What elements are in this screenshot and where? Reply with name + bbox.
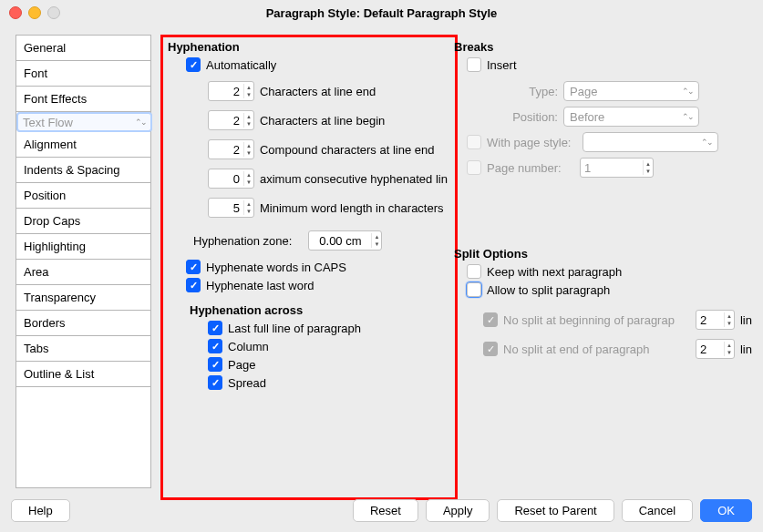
chk-allow-split[interactable] xyxy=(467,282,481,297)
lbl-last-full-line: Last full line of paragraph xyxy=(228,322,361,335)
spin-chars-line-begin[interactable]: ▲▼ xyxy=(208,110,254,130)
lbl-column: Column xyxy=(228,340,269,353)
reset-to-parent-button[interactable]: Reset to Parent xyxy=(497,499,613,522)
tab-text-flow[interactable]: Text Flow xyxy=(16,112,152,132)
reset-button[interactable]: Reset xyxy=(353,499,418,522)
window-controls xyxy=(9,6,60,19)
sel-position[interactable]: Before xyxy=(563,107,699,127)
tab-position[interactable]: Position xyxy=(16,183,150,209)
input-compound-chars[interactable] xyxy=(209,143,243,157)
lbl-hyph-last-word: Hyphenate last word xyxy=(206,279,314,292)
tab-general[interactable]: General xyxy=(16,36,150,61)
tab-alignment[interactable]: Alignment xyxy=(16,132,150,158)
spin-no-split-end[interactable]: ▲▼ xyxy=(696,339,735,359)
chk-hyph-last-word[interactable] xyxy=(186,278,201,292)
apply-button[interactable]: Apply xyxy=(426,499,490,522)
input-no-split-begin[interactable] xyxy=(696,313,724,327)
spin-no-split-begin[interactable]: ▲▼ xyxy=(696,310,735,330)
sel-type-value: Page xyxy=(570,85,597,98)
lbl-spread: Spread xyxy=(228,376,266,390)
lbl-with-page-style: With page style: xyxy=(487,136,572,149)
lbl-keep-next: Keep with next paragraph xyxy=(487,265,622,279)
lbl-lines-1: lin xyxy=(740,313,752,327)
tab-borders[interactable]: Borders xyxy=(16,311,150,336)
help-button[interactable]: Help xyxy=(11,499,70,522)
dialog-body: General Font Font Effects Text Flow Alig… xyxy=(11,35,752,488)
lbl-chars-line-begin: Characters at line begin xyxy=(260,114,385,128)
lbl-min-word-len: Minimum word length in characters xyxy=(260,201,444,215)
chk-spread[interactable] xyxy=(208,375,222,390)
hyph-across-title: Hyphenation across xyxy=(190,303,449,317)
lbl-hyph-zone: Hyphenation zone: xyxy=(193,234,292,248)
tab-tabs[interactable]: Tabs xyxy=(16,336,150,362)
chk-keep-next[interactable] xyxy=(467,264,481,279)
chk-with-page-style xyxy=(467,135,481,149)
tab-transparency[interactable]: Transparency xyxy=(16,285,150,311)
lbl-chars-line-end: Characters at line end xyxy=(260,85,376,98)
lbl-type: Type: xyxy=(467,85,558,98)
input-no-split-end[interactable] xyxy=(696,343,724,356)
chk-page[interactable] xyxy=(208,357,222,372)
lbl-lines-2: lin xyxy=(740,343,752,356)
sel-page-style xyxy=(583,132,718,152)
input-chars-line-begin[interactable] xyxy=(209,114,243,128)
chk-insert[interactable] xyxy=(467,57,481,72)
chk-automatically[interactable] xyxy=(186,57,201,72)
minimize-icon[interactable] xyxy=(28,6,41,19)
input-hyph-zone[interactable] xyxy=(309,234,371,248)
tab-drop-caps[interactable]: Drop Caps xyxy=(16,209,150,234)
zoom-icon[interactable] xyxy=(47,6,60,19)
lbl-insert: Insert xyxy=(487,58,517,72)
chk-column[interactable] xyxy=(208,339,222,353)
tab-indents-spacing[interactable]: Indents & Spacing xyxy=(16,158,150,183)
lbl-no-split-begin: No split at beginning of paragrap xyxy=(503,313,690,327)
ok-button[interactable]: OK xyxy=(700,499,752,522)
input-chars-line-end[interactable] xyxy=(209,85,243,98)
spin-max-consecutive[interactable]: ▲▼ xyxy=(208,169,254,189)
spin-chars-line-end[interactable]: ▲▼ xyxy=(208,81,254,101)
input-min-word-len[interactable] xyxy=(209,201,243,215)
lbl-compound-chars: Compound characters at line end xyxy=(260,143,435,157)
lbl-no-split-end: No split at end of paragraph xyxy=(503,343,690,356)
lbl-automatically: Automatically xyxy=(206,58,276,72)
spin-hyph-zone[interactable]: ▲▼ xyxy=(308,230,382,251)
split-title: Split Options xyxy=(454,247,752,261)
input-max-consecutive[interactable] xyxy=(209,172,243,186)
lbl-max-consecutive: aximum consecutive hyphenated lin xyxy=(260,172,448,186)
tab-font-effects[interactable]: Font Effects xyxy=(16,87,150,112)
chk-no-split-end xyxy=(483,342,498,356)
breaks-title: Breaks xyxy=(454,40,752,54)
sel-type[interactable]: Page xyxy=(563,81,699,101)
titlebar: Paragraph Style: Default Paragraph Style xyxy=(0,0,763,26)
lbl-position: Position: xyxy=(467,110,558,124)
tab-area[interactable]: Area xyxy=(16,260,150,285)
spin-compound-chars[interactable]: ▲▼ xyxy=(208,139,254,159)
tablist: General Font Font Effects Text Flow Alig… xyxy=(15,35,151,488)
lbl-page: Page xyxy=(228,358,255,372)
sel-position-value: Before xyxy=(570,110,604,124)
window: Paragraph Style: Default Paragraph Style… xyxy=(0,0,763,532)
lbl-hyph-caps: Hyphenate words in CAPS xyxy=(206,261,346,274)
main-panel: Hyphenation Automatically ▲▼ Characters … xyxy=(159,35,752,488)
cancel-button[interactable]: Cancel xyxy=(622,499,693,522)
lbl-allow-split: Allow to split paragraph xyxy=(487,283,610,297)
chk-no-split-begin xyxy=(483,312,498,327)
spin-page-number: ▲▼ xyxy=(580,158,654,178)
chk-page-number xyxy=(467,160,481,175)
tab-outline-list[interactable]: Outline & List xyxy=(16,362,150,387)
chk-hyph-caps[interactable] xyxy=(186,260,201,274)
tab-highlighting[interactable]: Highlighting xyxy=(16,234,150,260)
chk-last-full-line[interactable] xyxy=(208,321,222,335)
input-page-number xyxy=(581,161,643,175)
close-icon[interactable] xyxy=(9,6,22,19)
hyphenation-title: Hyphenation xyxy=(168,40,449,54)
window-title: Paragraph Style: Default Paragraph Style xyxy=(266,6,498,20)
lbl-page-number: Page number: xyxy=(487,161,574,175)
tab-font[interactable]: Font xyxy=(16,61,150,87)
footer: Help Reset Apply Reset to Parent Cancel … xyxy=(11,496,752,525)
spin-min-word-len[interactable]: ▲▼ xyxy=(208,198,254,218)
